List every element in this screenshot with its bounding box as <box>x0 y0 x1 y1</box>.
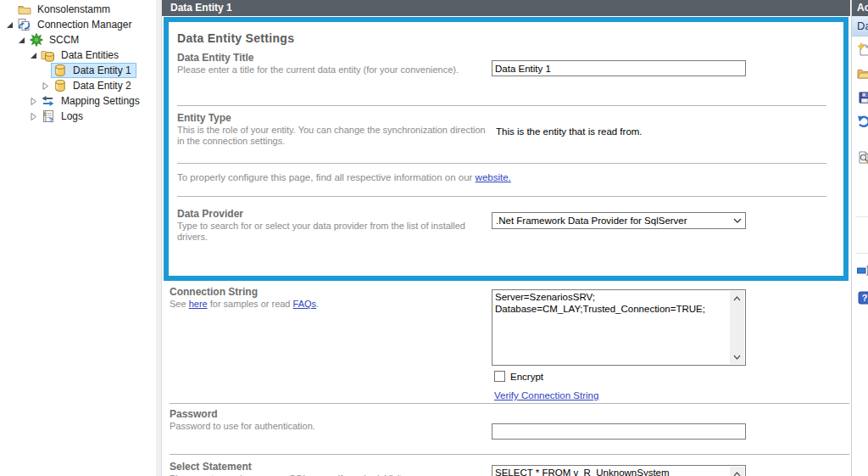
expander-spacer <box>41 66 49 75</box>
website-link[interactable]: website. <box>476 172 511 182</box>
new-document-icon[interactable] <box>857 42 868 57</box>
field-entity-type: Entity Type This is the role of your ent… <box>177 112 492 147</box>
database-folder-icon <box>41 48 55 62</box>
tree-item-label: Data Entities <box>58 48 121 62</box>
select-statement-value: SELECT * FROM v_R_UnknownSystem <box>495 467 729 476</box>
database-icon <box>53 64 67 77</box>
tree-item-label: SCCM <box>47 33 81 47</box>
sccm-icon <box>29 33 43 47</box>
tree-item-sccm[interactable]: SCCM <box>0 32 156 48</box>
field-description: This is the role of your entity. You can… <box>177 125 492 147</box>
svg-text:?: ? <box>861 293 867 303</box>
verify-connection-string-link[interactable]: Verify Connection String <box>494 390 598 400</box>
actions-panel: Actions Data Entity 1 ? <box>851 0 868 476</box>
database-icon <box>53 79 67 92</box>
expand-icon[interactable] <box>29 97 37 105</box>
field-label: Data Entity Title <box>177 52 492 64</box>
data-entity-title-input[interactable] <box>492 60 746 76</box>
config-note-text: To properly configure this page, find al… <box>177 172 476 182</box>
print-preview-icon[interactable] <box>857 151 868 165</box>
connection-string-textarea[interactable]: Server=SzenariosSRV; Database=CM_LAY;Tru… <box>492 289 746 366</box>
encrypt-checkbox[interactable] <box>494 371 505 382</box>
panel-title: Data Entity 1 <box>162 0 850 16</box>
save-icon[interactable] <box>857 90 868 104</box>
field-data-entity-title: Data Entity Title Please enter a title f… <box>177 52 492 76</box>
expand-icon[interactable] <box>41 81 49 90</box>
field-label: Data Provider <box>177 208 492 220</box>
separator <box>177 196 826 197</box>
separator <box>170 403 849 404</box>
folder-icon <box>17 3 31 16</box>
chevron-down-icon <box>731 215 743 227</box>
scrollbar[interactable] <box>730 467 744 476</box>
connection-manager-icon <box>17 18 31 31</box>
collapse-icon[interactable] <box>29 51 37 59</box>
tree-item-label: Data Entity 1 <box>70 64 134 77</box>
help-icon[interactable]: ? <box>857 290 868 305</box>
field-select-statement: Select Statement Please enter or change … <box>170 461 485 476</box>
connection-string-value: Server=SzenariosSRV; Database=CM_LAY;Tru… <box>495 291 729 315</box>
data-provider-select[interactable]: .Net Framework Data Provider for SqlServ… <box>492 212 746 229</box>
entity-type-value: This is the entity that is read from. <box>496 126 643 137</box>
field-description: Please enter a title for the current dat… <box>177 64 492 76</box>
tree-item-label: Connection Manager <box>35 18 134 31</box>
tree-item-connection-manager[interactable]: Connection Manager <box>0 17 156 32</box>
field-description: See here for samples or read FAQs. <box>170 299 485 310</box>
field-data-provider: Data Provider Type to search for or sele… <box>177 208 492 243</box>
separator <box>855 253 868 254</box>
field-label: Password <box>170 408 485 420</box>
actions-panel-title: Actions <box>852 0 868 16</box>
field-label: Select Statement <box>170 461 485 473</box>
scroll-down-icon[interactable] <box>730 350 744 364</box>
expand-icon[interactable] <box>29 112 37 120</box>
separator <box>177 163 826 164</box>
collapse-icon[interactable] <box>17 36 25 44</box>
encrypt-label: Encrypt <box>510 372 543 382</box>
mapping-icon <box>41 94 55 108</box>
field-description: Password to use for authentication. <box>170 421 485 432</box>
panel-splitter[interactable] <box>156 0 162 476</box>
tree-item-data-entity-2[interactable]: Data Entity 2 <box>0 78 156 93</box>
data-provider-value: .Net Framework Data Provider for SqlServ… <box>496 216 687 226</box>
logs-icon: ? <box>41 109 55 123</box>
tree-item-data-entity-1[interactable]: Data Entity 1 <box>0 63 156 78</box>
tree-item-label: Logs <box>58 109 86 123</box>
expander-spacer <box>5 5 14 14</box>
actions-section-header[interactable]: Data Entity 1 <box>852 16 868 36</box>
separator <box>855 216 868 217</box>
tree-item-label: Konsolenstamm <box>35 3 113 16</box>
scrollbar[interactable] <box>730 291 744 364</box>
tree-item-label: Data Entity 2 <box>70 79 134 92</box>
select-statement-textarea[interactable]: SELECT * FROM v_R_UnknownSystem <box>492 465 746 476</box>
scroll-up-icon[interactable] <box>730 467 744 476</box>
password-input[interactable] <box>492 423 746 440</box>
rename-icon[interactable] <box>857 263 868 277</box>
encrypt-option: Encrypt <box>494 371 543 382</box>
samples-link[interactable]: here <box>189 299 208 309</box>
tree-item-mapping-settings[interactable]: Mapping Settings <box>0 93 156 109</box>
tree-item-konsolenstamm[interactable]: Konsolenstamm <box>0 2 156 17</box>
settings-panel: Data Entity 1 Data Entity Settings Data … <box>162 0 850 476</box>
field-description: Type to search for or select your data p… <box>177 221 492 243</box>
collapse-icon[interactable] <box>5 20 14 29</box>
field-label: Entity Type <box>177 112 492 124</box>
tree-item-data-entities[interactable]: Data Entities <box>0 48 156 63</box>
field-connection-string: Connection String See here for samples o… <box>170 286 485 310</box>
app-window: KonsolenstammConnection ManagerSCCMData … <box>0 0 868 476</box>
undo-icon[interactable] <box>857 114 868 128</box>
section-title: Data Entity Settings <box>177 31 294 45</box>
field-label: Connection String <box>170 286 485 298</box>
config-note: To properly configure this page, find al… <box>177 172 511 182</box>
navigation-tree: KonsolenstammConnection ManagerSCCMData … <box>0 0 156 476</box>
open-folder-icon[interactable] <box>857 66 868 81</box>
scroll-up-icon[interactable] <box>730 291 744 305</box>
faqs-link[interactable]: FAQs <box>293 299 317 309</box>
field-password: Password Password to use for authenticat… <box>170 408 485 432</box>
separator <box>170 454 849 455</box>
separator <box>177 105 826 106</box>
svg-text:?: ? <box>48 116 53 124</box>
tree-item-label: Mapping Settings <box>58 94 142 108</box>
tree-item-logs[interactable]: ?Logs <box>0 109 156 124</box>
